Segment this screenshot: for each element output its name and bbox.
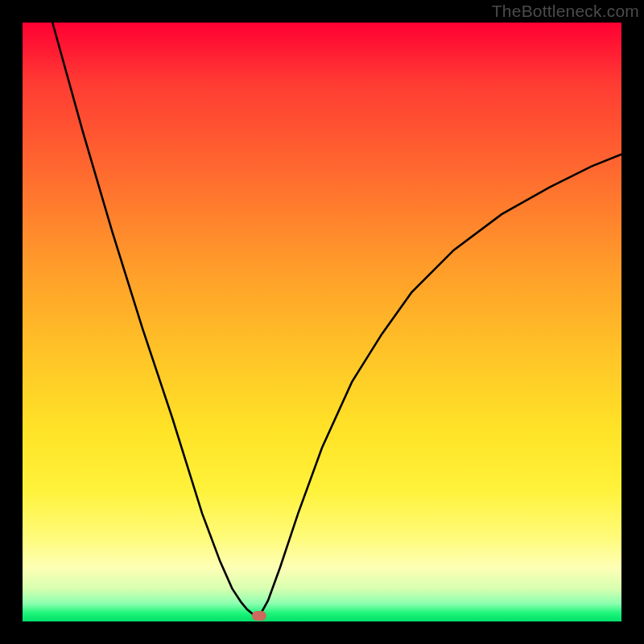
bottleneck-curve [0,0,644,644]
watermark-text: TheBottleneck.com [492,2,639,21]
optimum-marker [252,611,266,621]
chart-frame: TheBottleneck.com [0,0,644,644]
curve-path [52,23,621,617]
